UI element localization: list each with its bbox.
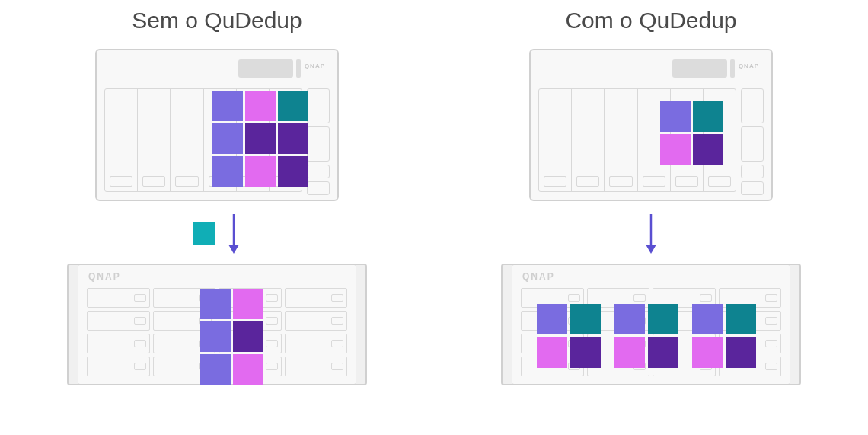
arrow-down-icon	[643, 213, 659, 254]
data-block	[726, 304, 756, 334]
data-block	[693, 134, 723, 165]
data-block-group	[537, 304, 601, 368]
nas-lcd	[672, 59, 727, 78]
data-block	[570, 304, 601, 334]
panel-without-qudedup: Sem o QuDedup QNAP	[0, 8, 434, 435]
arrow-left	[193, 212, 241, 254]
nas-rack-left: QNAP	[76, 264, 358, 385]
data-block	[245, 91, 276, 121]
nas-side-buttons	[307, 88, 330, 195]
data-block	[648, 337, 678, 368]
data-block	[537, 337, 567, 368]
data-blocks-target-right	[537, 304, 756, 368]
data-block	[692, 337, 723, 368]
data-block	[245, 156, 276, 187]
nas-rack-right: QNAP	[510, 264, 792, 385]
data-blocks-source-left	[212, 91, 308, 187]
nas-lcd-btn	[730, 59, 735, 78]
data-block	[614, 304, 645, 334]
svg-marker-1	[228, 245, 239, 254]
title-left: Sem o QuDedup	[132, 8, 302, 34]
title-right: Com o QuDedup	[565, 8, 736, 34]
arrow-right	[643, 212, 659, 254]
data-block	[233, 321, 263, 352]
data-block	[614, 337, 645, 368]
rack-brand: QNAP	[522, 271, 555, 282]
data-block	[278, 123, 308, 154]
data-block	[200, 354, 231, 385]
data-block-group	[692, 304, 756, 368]
data-block	[212, 156, 243, 187]
pending-block-icon	[193, 222, 215, 245]
diagram-container: Sem o QuDedup QNAP	[0, 0, 868, 435]
data-block	[233, 354, 263, 385]
nas-brand: QNAP	[739, 62, 759, 69]
nas-desktop-right: QNAP	[529, 49, 773, 201]
nas-lcd-btn	[296, 59, 301, 78]
data-block	[660, 134, 691, 165]
svg-marker-3	[646, 245, 656, 254]
data-block	[570, 337, 601, 368]
data-blocks-source-right	[660, 101, 723, 165]
data-block	[212, 123, 243, 154]
data-block	[648, 304, 678, 334]
data-block	[245, 123, 276, 154]
data-block	[278, 156, 308, 187]
nas-lcd	[238, 59, 293, 78]
arrow-down-icon	[226, 213, 241, 254]
data-blocks-target-left	[200, 289, 263, 385]
data-block	[200, 321, 231, 352]
nas-brand: QNAP	[305, 62, 325, 69]
data-block	[693, 101, 723, 132]
data-block	[200, 289, 231, 319]
nas-desktop-left: QNAP	[95, 49, 339, 201]
data-block	[537, 304, 567, 334]
nas-side-buttons	[741, 88, 764, 195]
data-block	[233, 289, 263, 319]
data-block	[692, 304, 723, 334]
rack-brand: QNAP	[88, 271, 121, 282]
data-block	[212, 91, 243, 121]
panel-with-qudedup: Com o QuDedup QNAP QNAP	[434, 8, 868, 435]
data-block	[278, 91, 308, 121]
data-block	[726, 337, 756, 368]
data-block	[660, 101, 691, 132]
data-block-group	[614, 304, 678, 368]
